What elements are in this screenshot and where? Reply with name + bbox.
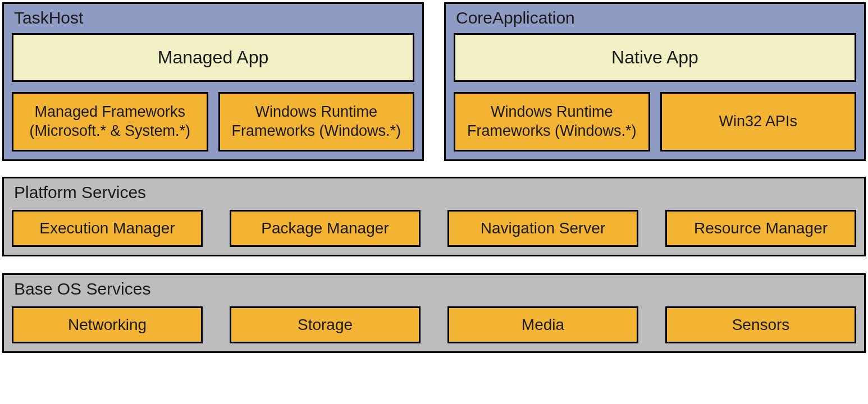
- coreapplication-title: CoreApplication: [456, 8, 856, 27]
- taskhost-framework-row: Managed Frameworks (Microsoft.* & System…: [12, 92, 414, 152]
- execution-manager-box: Execution Manager: [12, 210, 203, 247]
- resource-manager-box: Resource Manager: [665, 210, 856, 247]
- coreapp-framework-row: Windows Runtime Frameworks (Windows.*) W…: [454, 92, 856, 152]
- networking-box: Networking: [12, 306, 203, 343]
- coreapplication-container: CoreApplication Native App Windows Runti…: [444, 2, 866, 161]
- platform-services-title: Platform Services: [14, 183, 856, 202]
- managed-app-box: Managed App: [12, 33, 414, 82]
- base-os-services-row: Networking Storage Media Sensors: [12, 306, 856, 343]
- storage-box: Storage: [230, 306, 421, 343]
- base-os-services-container: Base OS Services Networking Storage Medi…: [2, 273, 866, 353]
- navigation-server-box: Navigation Server: [447, 210, 638, 247]
- sensors-box: Sensors: [665, 306, 856, 343]
- base-os-services-title: Base OS Services: [14, 279, 856, 299]
- platform-services-row: Execution Manager Package Manager Naviga…: [12, 210, 856, 247]
- native-app-box: Native App: [454, 33, 856, 82]
- top-row: TaskHost Managed App Managed Frameworks …: [2, 2, 866, 161]
- managed-frameworks-box: Managed Frameworks (Microsoft.* & System…: [12, 92, 208, 152]
- winrt-frameworks-box-right: Windows Runtime Frameworks (Windows.*): [454, 92, 650, 152]
- taskhost-container: TaskHost Managed App Managed Frameworks …: [2, 2, 424, 161]
- platform-services-container: Platform Services Execution Manager Pack…: [2, 177, 866, 256]
- winrt-frameworks-box-left: Windows Runtime Frameworks (Windows.*): [218, 92, 415, 152]
- package-manager-box: Package Manager: [230, 210, 421, 247]
- taskhost-title: TaskHost: [14, 8, 414, 27]
- win32-apis-box: Win32 APIs: [660, 92, 857, 152]
- media-box: Media: [447, 306, 638, 343]
